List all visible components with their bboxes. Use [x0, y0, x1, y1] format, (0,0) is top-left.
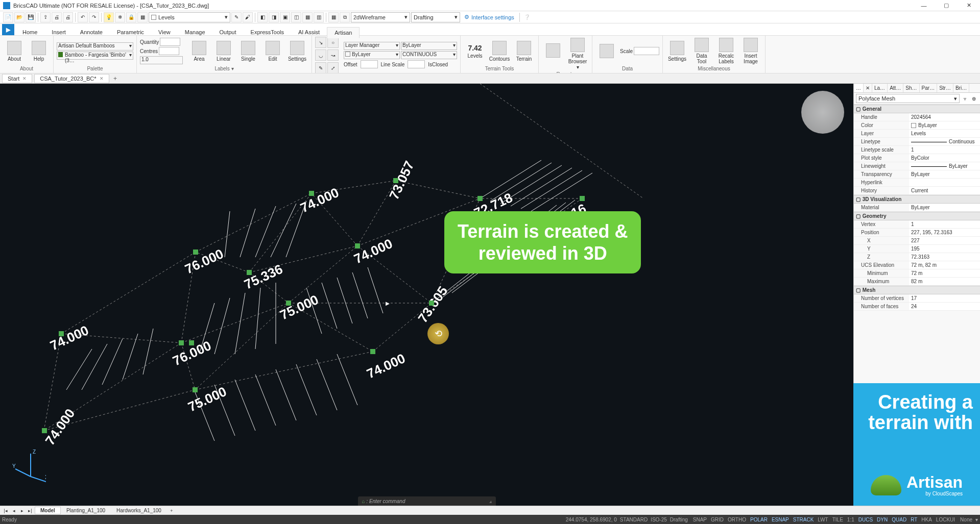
draw-tool5-icon[interactable]: ✎ — [315, 62, 326, 73]
property-value[interactable]: 72 m, 82 m — [909, 261, 980, 269]
layer-manager-combo[interactable]: Layer Manager▾ — [344, 42, 400, 50]
app-menu-button[interactable]: ▶ — [2, 24, 14, 35]
panel-tab[interactable]: Str… — [937, 84, 953, 92]
bulb-icon[interactable]: 💡 — [104, 12, 114, 22]
palette-style-combo[interactable]: Artisan Default Bamboos▾ — [57, 42, 133, 51]
terrain-vertex[interactable] — [193, 249, 198, 255]
tool4-icon[interactable]: ◫ — [291, 12, 301, 22]
close-icon[interactable]: ✕ — [100, 76, 104, 81]
status-toggle-lwt[interactable]: LWT — [816, 517, 830, 522]
panel-tab[interactable]: La… — [872, 84, 888, 92]
property-value[interactable]: Current — [909, 187, 980, 194]
property-value[interactable]: 72 m — [909, 269, 980, 277]
terrain-vertex[interactable] — [42, 428, 47, 433]
property-value[interactable]: ByColor — [909, 154, 980, 162]
selection-type-combo[interactable]: Polyface Mesh▾ — [856, 94, 960, 103]
property-value[interactable]: 1 — [909, 220, 980, 228]
property-value[interactable]: 195 — [909, 245, 980, 253]
tool2-icon[interactable]: ◨ — [269, 12, 279, 22]
draw-tool6-icon[interactable]: ⤢ — [327, 62, 339, 73]
terrain-vertex[interactable] — [309, 191, 314, 196]
freeze-icon[interactable]: ❄ — [115, 12, 125, 22]
property-section-header[interactable]: ▢ Geometry — [854, 212, 980, 220]
terrain-vertex[interactable] — [179, 340, 184, 345]
terrain-vertex[interactable] — [193, 387, 198, 392]
property-value[interactable]: ByLayer — [909, 121, 980, 129]
status-toggle-1:1[interactable]: 1:1 — [845, 517, 856, 522]
ribbon-tab-artisan[interactable]: Artisan — [327, 27, 360, 38]
about-button[interactable]: About — [3, 40, 26, 63]
open-file-icon[interactable]: 📂 — [14, 12, 25, 22]
quantity-input[interactable] — [160, 38, 180, 46]
tool1-icon[interactable]: ◧ — [257, 12, 268, 22]
save-icon[interactable]: 💾 — [26, 12, 36, 22]
status-toggle-ortho[interactable]: ORTHO — [726, 517, 748, 522]
plot-icon[interactable]: 🖨 — [52, 12, 62, 22]
property-value[interactable]: 227 — [909, 237, 980, 244]
status-toggle-snap[interactable]: SNAP — [691, 517, 709, 522]
maximize-button[interactable]: ▢ — [935, 0, 958, 11]
unit-combo[interactable]: 1.0 — [140, 56, 183, 64]
property-value[interactable]: Levels — [909, 130, 980, 137]
levels-button[interactable]: 7.42Levels — [464, 43, 486, 60]
panel-tab[interactable]: Par… — [920, 84, 938, 92]
labels-settings-button[interactable]: Settings — [286, 40, 308, 63]
draw-tool2-icon[interactable]: ○ — [327, 37, 339, 48]
color-combo[interactable]: ByLayer▾ — [344, 51, 400, 59]
panel-tab[interactable]: Sh… — [903, 84, 919, 92]
lock-icon[interactable]: 🔒 — [126, 12, 136, 22]
status-toggle-esnap[interactable]: ESNAP — [770, 517, 791, 522]
file-tab[interactable]: Start✕ — [2, 74, 32, 83]
property-value[interactable]: ByLayer — [909, 170, 980, 178]
status-toggle-strack[interactable]: STRACK — [791, 517, 816, 522]
terrain-vertex[interactable] — [355, 243, 360, 248]
centres-input[interactable] — [159, 47, 179, 55]
scale-input[interactable] — [634, 47, 659, 55]
linear-button[interactable]: Linear — [212, 40, 235, 63]
close-button[interactable]: ✕ — [958, 0, 980, 11]
terrain-vertex[interactable] — [286, 301, 291, 306]
property-value[interactable] — [909, 179, 980, 186]
tool6-icon[interactable]: ▥ — [314, 12, 324, 22]
property-value[interactable]: 227, 195, 72.3163 — [909, 229, 980, 236]
status-toggle-polar[interactable]: POLAR — [748, 517, 770, 522]
help-icon[interactable]: ❔ — [522, 12, 532, 22]
status-toggle-ducs[interactable]: DUCS — [856, 517, 875, 522]
layout-tab[interactable]: Planting_A1_100 — [61, 507, 111, 514]
draw-tool1-icon[interactable]: ↘ — [315, 37, 326, 48]
terrain-vertex[interactable] — [477, 196, 483, 201]
terrain-vertex[interactable] — [393, 178, 398, 183]
contours-button[interactable]: Contours — [488, 40, 511, 63]
layout-add-button[interactable]: + — [168, 508, 175, 513]
brush-icon[interactable]: 🖌 — [243, 12, 253, 22]
layout-prev-button[interactable]: ◂ — [10, 508, 17, 513]
terrain-vertex[interactable] — [580, 196, 585, 201]
panel-tab[interactable]: … — [854, 84, 864, 92]
print-icon[interactable]: 🖨 — [63, 12, 73, 22]
file-tab[interactable]: CSA_Tutor_2023_BC*✕ — [34, 74, 109, 83]
report-button[interactable] — [542, 42, 564, 65]
model-viewport[interactable]: 74.00074.00076.00075.33676.00075.00075.0… — [0, 84, 853, 506]
data-tool-button[interactable]: Data Tool — [690, 37, 713, 65]
filter-icon[interactable]: ▿ — [961, 94, 969, 103]
terrain-vertex[interactable] — [59, 331, 64, 336]
edit-button[interactable]: Edit — [261, 40, 284, 63]
palette-plant-combo[interactable]: Bamboo - Fargesia 'Bimbo' (3…▾ — [57, 52, 133, 60]
property-section-header[interactable]: ▢ 3D Visualization — [854, 195, 980, 204]
linetype-combo[interactable]: CONTINUOUS▾ — [401, 51, 457, 59]
terrain-vertex[interactable] — [247, 270, 252, 275]
terrain-vertex[interactable] — [189, 340, 194, 345]
workspace-combo[interactable]: Drafting▾ — [411, 12, 460, 22]
close-icon[interactable]: ✕ — [22, 76, 27, 81]
status-toggle-dyn[interactable]: DYN — [875, 517, 890, 522]
tool5-icon[interactable]: ▦ — [302, 12, 313, 22]
misc-settings-button[interactable]: Settings — [666, 40, 688, 63]
data-scale-button[interactable] — [595, 43, 618, 59]
recalc-labels-button[interactable]: Recalc Labels — [715, 37, 737, 65]
property-value[interactable]: 24 — [909, 303, 980, 310]
offset-input[interactable] — [361, 60, 378, 68]
property-value[interactable]: 17 — [909, 294, 980, 302]
layer-combo[interactable]: Levels ▾ — [149, 12, 230, 22]
command-expand-icon[interactable]: ▴ — [489, 498, 492, 504]
tool3-icon[interactable]: ▣ — [280, 12, 290, 22]
